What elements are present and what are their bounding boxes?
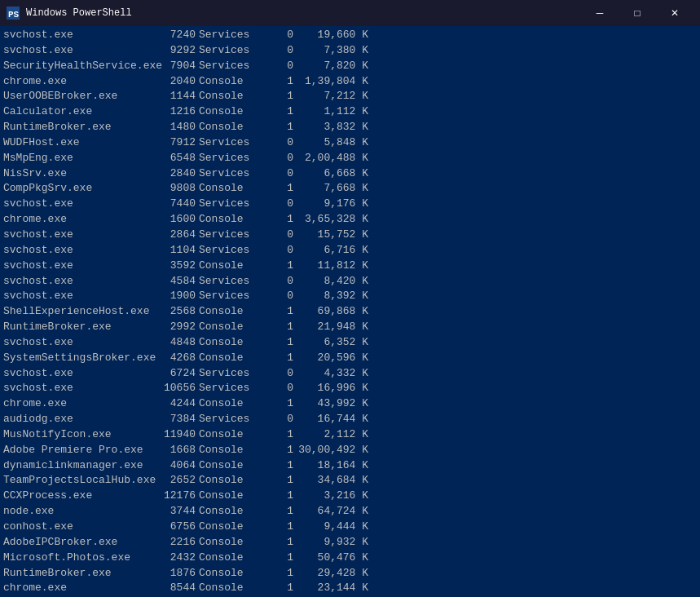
process-pid: 6724	[154, 366, 199, 382]
process-memory: 8,392 K	[297, 289, 370, 304]
process-session: Console	[199, 520, 264, 535]
process-pid: 12176	[154, 489, 199, 504]
process-memory: 3,216 K	[297, 489, 370, 504]
process-session: Services	[199, 43, 264, 59]
process-memory: 6,352 K	[297, 335, 370, 351]
table-row: AdobeIPCBroker.exe 2216 Console 1 9,932 …	[3, 535, 697, 551]
process-session: Console	[199, 535, 264, 551]
maximize-button[interactable]: □	[619, 0, 656, 26]
process-session: Console	[199, 458, 264, 474]
process-session: Console	[199, 551, 264, 566]
process-memory: 23,144 K	[297, 581, 370, 596]
process-session: Services	[199, 228, 264, 243]
process-session: Console	[199, 489, 264, 504]
table-row: UserOOBEBroker.exe 1144 Console 1 7,212 …	[3, 89, 697, 104]
process-name: svchost.exe	[3, 259, 154, 274]
process-session-num: 1	[264, 396, 297, 412]
process-memory: 2,00,488 K	[297, 151, 370, 166]
process-name: node.exe	[3, 504, 154, 520]
process-memory: 4,332 K	[297, 366, 370, 382]
process-pid: 7912	[154, 135, 199, 151]
process-name: dynamiclinkmanager.exe	[3, 458, 154, 474]
process-name: svchost.exe	[3, 28, 154, 43]
process-session-num: 1	[264, 504, 297, 520]
table-row: svchost.exe 1900 Services 0 8,392 K	[3, 289, 697, 304]
process-session-num: 1	[264, 473, 297, 489]
process-memory: 11,812 K	[297, 259, 370, 274]
process-memory: 3,832 K	[297, 120, 370, 135]
process-name: CCXProcess.exe	[3, 489, 154, 504]
process-session: Services	[199, 59, 264, 74]
process-pid: 4268	[154, 351, 199, 366]
table-row: chrome.exe 2040 Console 1 1,39,804 K	[3, 74, 697, 90]
minimize-button[interactable]: ─	[581, 0, 619, 26]
process-name: Microsoft.Photos.exe	[3, 551, 154, 566]
process-session-num: 0	[264, 197, 297, 212]
process-session: Console	[199, 443, 264, 458]
table-row: SystemSettingsBroker.exe 4268 Console 1 …	[3, 351, 697, 366]
process-memory: 7,668 K	[297, 181, 370, 197]
process-session: Console	[199, 120, 264, 135]
process-pid: 1900	[154, 289, 199, 304]
process-session-num: 0	[264, 43, 297, 59]
process-memory: 1,112 K	[297, 104, 370, 120]
process-pid: 4064	[154, 458, 199, 474]
table-row: CompPkgSrv.exe 9808 Console 1 7,668 K	[3, 181, 697, 197]
process-session-num: 1	[264, 335, 297, 351]
process-session-num: 0	[264, 274, 297, 290]
process-memory: 2,112 K	[297, 427, 370, 443]
process-memory: 7,820 K	[297, 59, 370, 74]
process-memory: 8,420 K	[297, 274, 370, 290]
table-row: MsMpEng.exe 6548 Services 0 2,00,488 K	[3, 151, 697, 166]
process-memory: 3,65,328 K	[297, 212, 370, 228]
table-row: audiodg.exe 7384 Services 0 16,744 K	[3, 412, 697, 427]
process-pid: 2568	[154, 304, 199, 320]
table-row: svchost.exe 9292 Services 0 7,380 K	[3, 43, 697, 59]
process-session: Console	[199, 320, 264, 335]
close-button[interactable]: ✕	[656, 0, 693, 26]
table-row: svchost.exe 7440 Services 0 9,176 K	[3, 197, 697, 212]
process-pid: 7240	[154, 28, 199, 43]
process-session-num: 1	[264, 212, 297, 228]
process-session: Services	[199, 412, 264, 427]
process-session: Services	[199, 197, 264, 212]
process-name: audiodg.exe	[3, 412, 154, 427]
process-memory: 5,848 K	[297, 135, 370, 151]
process-memory: 7,212 K	[297, 89, 370, 104]
table-row: chrome.exe 4244 Console 1 43,992 K	[3, 396, 697, 412]
process-name: svchost.exe	[3, 243, 154, 259]
process-pid: 2652	[154, 473, 199, 489]
table-row: SecurityHealthService.exe 7904 Services …	[3, 59, 697, 74]
process-session: Console	[199, 335, 264, 351]
process-memory: 34,684 K	[297, 473, 370, 489]
powershell-icon: PS	[7, 7, 20, 20]
process-name: chrome.exe	[3, 581, 154, 596]
process-name: CompPkgSrv.exe	[3, 181, 154, 197]
process-name: svchost.exe	[3, 381, 154, 396]
process-memory: 64,724 K	[297, 504, 370, 520]
process-pid: 2432	[154, 551, 199, 566]
process-name: TeamProjectsLocalHub.exe	[3, 473, 154, 489]
process-session: Console	[199, 104, 264, 120]
process-session-num: 1	[264, 304, 297, 320]
terminal-body[interactable]: svchost.exe 7240 Services 0 19,660 K svc…	[0, 26, 700, 597]
process-session-num: 1	[264, 551, 297, 566]
process-session: Console	[199, 566, 264, 582]
table-row: ShellExperienceHost.exe 2568 Console 1 6…	[3, 304, 697, 320]
table-row: RuntimeBroker.exe 1876 Console 1 29,428 …	[3, 566, 697, 582]
process-session-num: 1	[264, 181, 297, 197]
process-pid: 2216	[154, 535, 199, 551]
table-row: svchost.exe 1104 Services 0 6,716 K	[3, 243, 697, 259]
process-session-num: 1	[264, 259, 297, 274]
process-pid: 1876	[154, 566, 199, 582]
process-session: Services	[199, 28, 264, 43]
process-pid: 1216	[154, 104, 199, 120]
process-pid: 7384	[154, 412, 199, 427]
process-session: Console	[199, 304, 264, 320]
process-session-num: 1	[264, 458, 297, 474]
table-row: node.exe 3744 Console 1 64,724 K	[3, 504, 697, 520]
process-pid: 4848	[154, 335, 199, 351]
process-session-num: 1	[264, 89, 297, 104]
process-name: UserOOBEBroker.exe	[3, 89, 154, 104]
process-memory: 30,00,492 K	[297, 443, 370, 458]
